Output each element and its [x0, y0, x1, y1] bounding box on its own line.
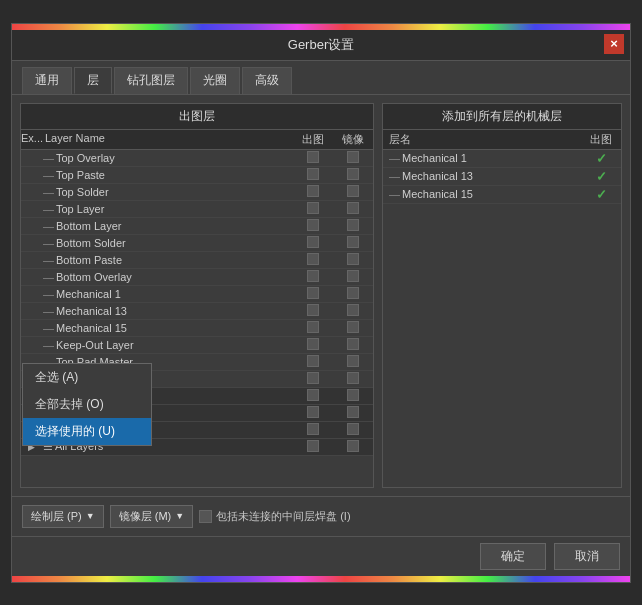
checkbox-mirror[interactable]: [347, 406, 359, 418]
checkbox-mirror[interactable]: [347, 185, 359, 197]
checkbox-mirror[interactable]: [347, 219, 359, 231]
layer-row[interactable]: —Bottom Solder: [21, 235, 373, 252]
checkbox-out[interactable]: [307, 236, 319, 248]
right-col-name-header: 层名: [383, 132, 581, 147]
plot-dropdown-menu: 全选 (A) 全部去掉 (O) 选择使用的 (U): [22, 363, 152, 446]
checkbox-out[interactable]: [307, 304, 319, 316]
include-unconnected-label: 包括未连接的中间层焊盘 (I): [199, 509, 350, 524]
checkbox-mirror[interactable]: [347, 151, 359, 163]
dropdown-arrow-icon: ▼: [175, 511, 184, 521]
checkbox-mirror[interactable]: [347, 440, 359, 452]
left-panel-header: 出图层: [21, 104, 373, 130]
checkbox-out[interactable]: [307, 219, 319, 231]
select-used-item[interactable]: 选择使用的 (U): [23, 418, 151, 445]
bottom-bar: 绘制层 (P) ▼ 镜像层 (M) ▼ 包括未连接的中间层焊盘 (I) 全选 (…: [12, 496, 630, 536]
mirror-layer-button[interactable]: 镜像层 (M) ▼: [110, 505, 193, 528]
checkbox-out[interactable]: [307, 185, 319, 197]
right-col-out-header: 出图: [581, 132, 621, 147]
layer-row[interactable]: —Bottom Overlay: [21, 269, 373, 286]
checkbox-out[interactable]: [307, 389, 319, 401]
tab-drill[interactable]: 钻孔图层: [114, 67, 188, 94]
ok-button[interactable]: 确定: [480, 543, 546, 570]
deselect-all-item[interactable]: 全部去掉 (O): [23, 391, 151, 418]
layer-row[interactable]: —Bottom Layer: [21, 218, 373, 235]
checkbox-mirror[interactable]: [347, 389, 359, 401]
dialog-title: Gerber设置: [288, 36, 354, 54]
close-button[interactable]: ×: [604, 34, 624, 54]
include-unconnected-checkbox[interactable]: [199, 510, 212, 523]
col-mirror-header: 镜像: [333, 132, 373, 147]
checkbox-out[interactable]: [307, 355, 319, 367]
dropdown-arrow-icon: ▼: [86, 511, 95, 521]
col-name-header: Layer Name: [41, 132, 293, 147]
checkbox-out[interactable]: [307, 321, 319, 333]
checkbox-mirror[interactable]: [347, 304, 359, 316]
tab-aperture[interactable]: 光圈: [190, 67, 240, 94]
right-layer-row[interactable]: —Mechanical 13 ✓: [383, 168, 621, 186]
checkmark-icon: ✓: [596, 187, 607, 202]
layer-row[interactable]: —Top Solder: [21, 184, 373, 201]
right-layer-list: —Mechanical 1 ✓ —Mechanical 13 ✓ —Mechan…: [383, 150, 621, 487]
checkbox-out[interactable]: [307, 253, 319, 265]
checkbox-mirror[interactable]: [347, 372, 359, 384]
tab-layers[interactable]: 层: [74, 67, 112, 94]
checkbox-mirror[interactable]: [347, 355, 359, 367]
layer-row[interactable]: —Mechanical 1: [21, 286, 373, 303]
layer-row[interactable]: —Mechanical 13: [21, 303, 373, 320]
checkbox-out[interactable]: [307, 338, 319, 350]
checkbox-mirror[interactable]: [347, 236, 359, 248]
checkbox-out[interactable]: [307, 151, 319, 163]
plot-layer-button[interactable]: 绘制层 (P) ▼: [22, 505, 104, 528]
right-col-headers: 层名 出图: [383, 130, 621, 150]
checkbox-out[interactable]: [307, 440, 319, 452]
col-ex-header: Ex...: [21, 132, 41, 147]
left-col-headers: Ex... Layer Name 出图 镜像: [21, 130, 373, 150]
checkbox-mirror[interactable]: [347, 253, 359, 265]
checkbox-out[interactable]: [307, 423, 319, 435]
footer-buttons: 确定 取消: [12, 536, 630, 576]
bottom-row1: 绘制层 (P) ▼ 镜像层 (M) ▼ 包括未连接的中间层焊盘 (I): [22, 505, 620, 528]
right-layer-row[interactable]: —Mechanical 1 ✓: [383, 150, 621, 168]
title-bar: Gerber设置 ×: [12, 30, 630, 61]
checkbox-mirror[interactable]: [347, 338, 359, 350]
gerber-dialog: Gerber设置 × 通用 层 钻孔图层 光圈 高级 出图层 Ex... Lay…: [11, 23, 631, 583]
layer-row[interactable]: —Bottom Paste: [21, 252, 373, 269]
tab-advanced[interactable]: 高级: [242, 67, 292, 94]
layer-row[interactable]: —Top Paste: [21, 167, 373, 184]
checkbox-mirror[interactable]: [347, 423, 359, 435]
bottom-color-bar: [12, 576, 630, 582]
right-layer-row[interactable]: —Mechanical 15 ✓: [383, 186, 621, 204]
layer-row[interactable]: —Top Layer: [21, 201, 373, 218]
checkmark-icon: ✓: [596, 151, 607, 166]
checkbox-mirror[interactable]: [347, 168, 359, 180]
checkbox-mirror[interactable]: [347, 321, 359, 333]
checkbox-mirror[interactable]: [347, 202, 359, 214]
checkbox-mirror[interactable]: [347, 270, 359, 282]
checkbox-mirror[interactable]: [347, 287, 359, 299]
checkbox-out[interactable]: [307, 270, 319, 282]
select-all-item[interactable]: 全选 (A): [23, 364, 151, 391]
checkmark-icon: ✓: [596, 169, 607, 184]
checkbox-out[interactable]: [307, 372, 319, 384]
checkbox-out[interactable]: [307, 202, 319, 214]
layer-row[interactable]: —Keep-Out Layer: [21, 337, 373, 354]
checkbox-out[interactable]: [307, 287, 319, 299]
cancel-button[interactable]: 取消: [554, 543, 620, 570]
checkbox-out[interactable]: [307, 168, 319, 180]
tab-general[interactable]: 通用: [22, 67, 72, 94]
tab-bar: 通用 层 钻孔图层 光圈 高级: [12, 61, 630, 95]
col-out-header: 出图: [293, 132, 333, 147]
checkbox-out[interactable]: [307, 406, 319, 418]
right-panel-header: 添加到所有层的机械层: [383, 104, 621, 130]
layer-row[interactable]: —Top Overlay: [21, 150, 373, 167]
layer-row[interactable]: —Mechanical 15: [21, 320, 373, 337]
right-panel: 添加到所有层的机械层 层名 出图 —Mechanical 1 ✓ —Mechan…: [382, 103, 622, 488]
